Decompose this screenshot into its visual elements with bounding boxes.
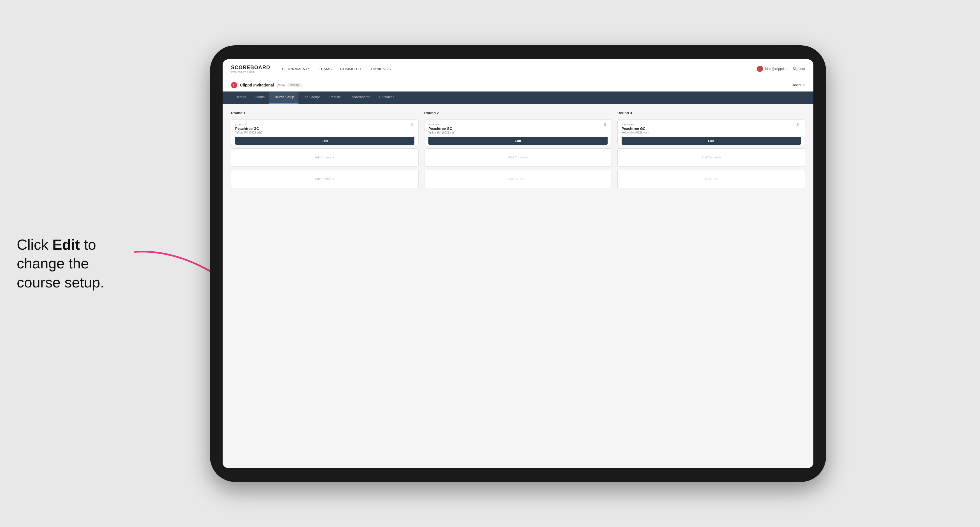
nav-links: TOURNAMENTS TEAMS COMMITTEE RANKINGS <box>282 67 757 71</box>
round-2-add-course-2-icon: + <box>526 177 528 181</box>
round-3-add-course-1-icon: + <box>719 156 721 159</box>
round-1-add-course-2-text: Add Course <box>315 177 331 181</box>
round-2-course-card: 🗑 (Course A) Peachtree GC Yellow (M) (66… <box>424 119 612 145</box>
round-1-add-course-2-icon: + <box>332 177 334 181</box>
instruction-bold: Edit <box>52 236 80 252</box>
round-2-edit-button[interactable]: Edit <box>428 137 608 145</box>
tournament-name: Clippd Invitational <box>240 83 274 87</box>
sub-header-left: C Clippd Invitational (Men) Hosting <box>231 82 302 88</box>
tablet-frame: SCOREBOARD Powered by clippd TOURNAMENTS… <box>210 45 826 482</box>
round-3-add-course-1[interactable]: Add Course + <box>617 148 805 167</box>
nav-committee[interactable]: COMMITTEE <box>340 67 363 71</box>
round-2-trash-icon[interactable]: 🗑 <box>603 122 608 128</box>
round-3-column: Round 3 🗑 (Course A) Peachtree GC Yellow… <box>617 111 805 188</box>
round-2-add-course-2: Add Course + <box>424 170 612 188</box>
tournament-gender: (Men) <box>277 83 285 87</box>
tab-teams[interactable]: Teams <box>250 92 269 104</box>
main-content: Round 1 🗑 (Course A) Peachtree GC Yellow… <box>223 104 813 468</box>
round-1-add-course-1-icon: + <box>332 156 334 159</box>
round-1-course-label: (Course A) <box>235 123 414 126</box>
round-1-add-course-1[interactable]: Add Course + <box>231 148 418 167</box>
round-2-course-label: (Course A) <box>428 123 608 126</box>
tab-course-setup[interactable]: Course Setup <box>269 92 299 104</box>
round-2-add-course-2-text: Add Course <box>508 177 525 181</box>
avatar <box>757 66 763 72</box>
round-2-add-course-1[interactable]: Add Course + <box>424 148 612 167</box>
round-2-course-name: Peachtree GC <box>428 127 608 131</box>
round-2-course-info: Yellow (M) (6629 yds) <box>428 131 608 134</box>
round-3-edit-button[interactable]: Edit <box>622 137 801 145</box>
tabs-bar: Details Teams Course Setup Tee Groups Re… <box>223 92 813 104</box>
round-1-add-course-2[interactable]: Add Course + <box>231 170 418 188</box>
nav-right: blair@clippd.io | Sign out <box>757 66 805 72</box>
round-3-title: Round 3 <box>617 111 805 115</box>
tab-printables[interactable]: Printables <box>375 92 399 104</box>
round-3-course-info: Yellow (M) (6629 yds) <box>622 131 801 134</box>
round-1-edit-button[interactable]: Edit <box>235 137 414 145</box>
round-1-column: Round 1 🗑 (Course A) Peachtree GC Yellow… <box>231 111 418 188</box>
tab-leaderboards[interactable]: Leaderboards <box>345 92 375 104</box>
sub-header: C Clippd Invitational (Men) Hosting Canc… <box>223 79 813 92</box>
nav-tournaments[interactable]: TOURNAMENTS <box>282 67 310 71</box>
sign-out-link[interactable]: Sign out <box>793 67 805 71</box>
round-2-column: Round 2 🗑 (Course A) Peachtree GC Yellow… <box>424 111 612 188</box>
hosting-badge: Hosting <box>288 83 302 87</box>
round-3-add-course-1-text: Add Course <box>702 156 718 159</box>
nav-teams[interactable]: TEAMS <box>319 67 331 71</box>
round-3-trash-icon[interactable]: 🗑 <box>796 122 801 128</box>
round-1-add-course-1-text: Add Course <box>315 156 331 159</box>
round-3-add-course-2-icon: + <box>719 177 721 181</box>
round-3-course-name: Peachtree GC <box>622 127 801 131</box>
round-3-course-card: 🗑 (Course A) Peachtree GC Yellow (M) (66… <box>617 119 805 145</box>
round-3-course-label: (Course A) <box>622 123 801 126</box>
tab-details[interactable]: Details <box>231 92 250 104</box>
nav-rankings[interactable]: RANKINGS <box>371 67 391 71</box>
cancel-button[interactable]: Cancel ✕ <box>791 83 805 87</box>
rounds-container: Round 1 🗑 (Course A) Peachtree GC Yellow… <box>231 111 805 188</box>
c-logo: C <box>231 82 237 88</box>
tab-results[interactable]: Results <box>325 92 345 104</box>
logo-sub: Powered by clippd <box>231 70 270 73</box>
round-3-add-course-2-text: Add Course <box>702 177 718 181</box>
top-nav: SCOREBOARD Powered by clippd TOURNAMENTS… <box>223 59 813 79</box>
round-2-title: Round 2 <box>424 111 612 115</box>
round-1-course-card: 🗑 (Course A) Peachtree GC Yellow (M) (66… <box>231 119 418 145</box>
round-2-add-course-1-text: Add Course <box>508 156 525 159</box>
logo-scoreboard: SCOREBOARD <box>231 65 270 70</box>
user-email: blair@clippd.io <box>765 67 788 71</box>
round-1-title: Round 1 <box>231 111 418 115</box>
instruction-text: Click Edit tochange thecourse setup. <box>17 235 104 292</box>
tablet-screen: SCOREBOARD Powered by clippd TOURNAMENTS… <box>223 59 813 468</box>
round-1-course-name: Peachtree GC <box>235 127 414 131</box>
round-3-add-course-2: Add Course + <box>617 170 805 188</box>
tab-tee-groups[interactable]: Tee Groups <box>299 92 325 104</box>
separator: | <box>790 67 791 71</box>
round-2-add-course-1-icon: + <box>526 156 528 159</box>
round-1-course-info: Yellow (M) (6629 yds) <box>235 131 414 134</box>
logo-area: SCOREBOARD Powered by clippd <box>231 65 270 73</box>
round-1-trash-icon[interactable]: 🗑 <box>410 122 415 128</box>
